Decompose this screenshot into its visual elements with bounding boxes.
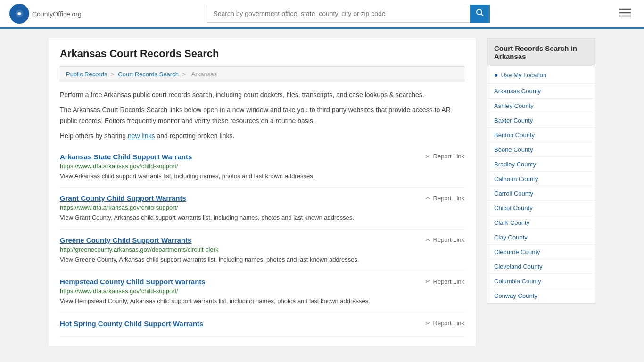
county-link[interactable]: Bradley County (494, 161, 536, 168)
result-title[interactable]: Arkansas State Child Support Warrants (60, 153, 192, 161)
county-link[interactable]: Carroll County (494, 190, 533, 197)
desc3-prefix: Help others by sharing (60, 132, 128, 140)
search-input[interactable] (207, 5, 470, 23)
result-item: Hot Spring County Child Support Warrants… (60, 313, 464, 337)
desc3-suffix: and reporting broken links. (155, 132, 235, 140)
result-item: Arkansas State Child Support Warrants ✂ … (60, 146, 464, 188)
sidebar-county-item: Cleburne County (487, 245, 595, 259)
result-header: Hot Spring County Child Support Warrants… (60, 320, 464, 329)
county-link[interactable]: Clay County (494, 234, 528, 241)
search-button[interactable] (470, 5, 490, 23)
breadcrumb-sep-2: > (182, 71, 188, 78)
county-link[interactable]: Cleburne County (494, 248, 540, 255)
county-link[interactable]: Arkansas County (494, 88, 541, 95)
result-header: Greene County Child Support Warrants ✂ R… (60, 236, 464, 246)
result-title[interactable]: Greene County Child Support Warrants (60, 236, 191, 244)
search-area (207, 5, 490, 23)
description-1: Perform a free Arkansas public court rec… (60, 90, 464, 100)
result-header: Grant County Child Support Warrants ✂ Re… (60, 194, 464, 204)
sidebar-county-item: Chicot County (487, 201, 595, 215)
result-url[interactable]: https://www.dfa.arkansas.gov/child-suppo… (60, 288, 464, 295)
report-link[interactable]: ✂ Report Link (425, 236, 464, 244)
breadcrumb-court-records[interactable]: Court Records Search (118, 71, 179, 78)
report-link-label: Report Link (433, 153, 464, 160)
report-link[interactable]: ✂ Report Link (425, 194, 464, 202)
sidebar-box: Court Records Search in Arkansas ● Use M… (487, 38, 595, 304)
result-title[interactable]: Hempstead County Child Support Warrants (60, 278, 206, 286)
logo-brand-name: CountyOffice (32, 10, 70, 18)
result-description: View Grant County, Arkansas child suppor… (60, 213, 464, 222)
report-link[interactable]: ✂ Report Link (425, 320, 464, 327)
sidebar-county-item: Carroll County (487, 186, 595, 201)
scissors-icon: ✂ (425, 236, 431, 244)
breadcrumb-public-records[interactable]: Public Records (66, 71, 107, 78)
result-title[interactable]: Hot Spring County Child Support Warrants (60, 320, 203, 328)
main-container: Arkansas Court Records Search Public Rec… (39, 29, 605, 355)
content-area: Arkansas Court Records Search Public Rec… (49, 38, 476, 346)
description-3: Help others by sharing new links and rep… (60, 131, 464, 141)
sidebar-county-item: Boone County (487, 142, 595, 157)
results-container: Arkansas State Child Support Warrants ✂ … (60, 146, 464, 337)
sidebar-county-item: Ashley County (487, 99, 595, 113)
sidebar-county-item: Calhoun County (487, 172, 595, 186)
breadcrumb-state: Arkansas (191, 71, 217, 78)
result-url[interactable]: https://www.dfa.arkansas.gov/child-suppo… (60, 204, 464, 211)
result-item: Grant County Child Support Warrants ✂ Re… (60, 188, 464, 230)
result-item: Hempstead County Child Support Warrants … (60, 271, 464, 313)
sidebar-county-item: Arkansas County (487, 84, 595, 99)
scissors-icon: ✂ (425, 320, 431, 327)
county-link[interactable]: Baxter County (494, 117, 533, 124)
sidebar-county-item: Baxter County (487, 113, 595, 128)
breadcrumb: Public Records > Court Records Search > … (60, 66, 464, 82)
logo-area[interactable]: CountyOffice.org (9, 4, 82, 24)
county-list: Arkansas CountyAshley CountyBaxter Count… (487, 84, 595, 303)
page-title: Arkansas Court Records Search (60, 48, 464, 60)
result-url[interactable]: https://www.dfa.arkansas.gov/child-suppo… (60, 163, 464, 170)
result-description: View Hempstead County, Arkansas child su… (60, 296, 464, 306)
search-icon (476, 8, 484, 17)
hamburger-icon (619, 8, 631, 17)
county-link[interactable]: Clark County (494, 219, 529, 226)
county-link[interactable]: Boone County (494, 146, 533, 153)
sidebar-county-item: Benton County (487, 128, 595, 142)
result-item: Greene County Child Support Warrants ✂ R… (60, 230, 464, 272)
sidebar-county-item: Bradley County (487, 157, 595, 172)
sidebar: Court Records Search in Arkansas ● Use M… (487, 38, 595, 346)
sidebar-location: ● Use My Location (487, 66, 595, 84)
sidebar-county-item: Columbia County (487, 274, 595, 288)
report-link-label: Report Link (433, 320, 464, 327)
result-header: Hempstead County Child Support Warrants … (60, 278, 464, 288)
report-link-label: Report Link (433, 195, 464, 202)
location-icon: ● (494, 71, 498, 79)
svg-point-2 (18, 12, 21, 15)
county-link[interactable]: Columbia County (494, 278, 541, 285)
sidebar-title: Court Records Search in Arkansas (487, 39, 595, 66)
site-header: CountyOffice.org (0, 0, 644, 29)
sidebar-county-item: Cleveland County (487, 259, 595, 274)
report-link-label: Report Link (433, 236, 464, 243)
county-link[interactable]: Conway County (494, 292, 537, 299)
county-link[interactable]: Ashley County (494, 102, 534, 109)
result-description: View Greene County, Arkansas child suppo… (60, 255, 464, 264)
scissors-icon: ✂ (425, 278, 431, 285)
header-right (616, 6, 635, 22)
result-header: Arkansas State Child Support Warrants ✂ … (60, 153, 464, 163)
logo-text: CountyOffice.org (32, 9, 82, 19)
result-url[interactable]: http://greenecounty.arkansas.gov/departm… (60, 246, 464, 253)
svg-line-4 (481, 14, 484, 16)
report-link[interactable]: ✂ Report Link (425, 278, 464, 285)
new-links-link[interactable]: new links (128, 132, 155, 140)
sidebar-county-item: Clark County (487, 215, 595, 230)
scissors-icon: ✂ (425, 194, 431, 202)
county-link[interactable]: Chicot County (494, 205, 533, 212)
sidebar-county-item: Clay County (487, 230, 595, 245)
county-link[interactable]: Benton County (494, 132, 535, 139)
result-title[interactable]: Grant County Child Support Warrants (60, 194, 186, 202)
result-description: View Arkansas child support warrants lis… (60, 172, 464, 181)
county-link[interactable]: Cleveland County (494, 263, 543, 270)
use-my-location-link[interactable]: Use My Location (501, 72, 546, 79)
report-link[interactable]: ✂ Report Link (425, 153, 464, 160)
menu-button[interactable] (616, 6, 635, 22)
scissors-icon: ✂ (425, 153, 431, 160)
county-link[interactable]: Calhoun County (494, 175, 538, 182)
